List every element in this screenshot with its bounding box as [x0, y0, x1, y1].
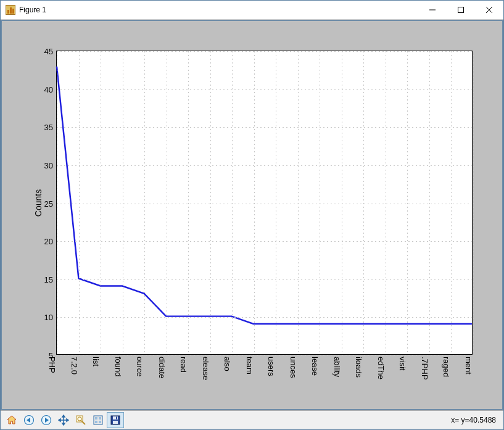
minimize-button[interactable]: [418, 1, 447, 19]
x-tick-label: found: [114, 357, 123, 377]
x-tick-label: list: [91, 357, 101, 366]
maximize-button[interactable]: [447, 1, 475, 19]
x-tick-label: read: [179, 357, 188, 373]
y-tick-label: 40: [44, 85, 53, 94]
svg-marker-4: [7, 416, 16, 424]
grid-h: [57, 204, 472, 204]
figure-panel: Counts 51015202530354045PHP7.2.0listfoun…: [13, 32, 491, 398]
save-button[interactable]: [107, 412, 124, 428]
svg-marker-12: [62, 423, 65, 425]
x-tick-label: lease: [310, 357, 320, 376]
y-tick-label: 45: [44, 47, 53, 56]
x-tick-label: PHP: [48, 357, 57, 373]
app-icon: [6, 5, 15, 15]
x-tick-label: also: [223, 357, 232, 371]
home-button[interactable]: [3, 412, 20, 428]
svg-marker-13: [59, 419, 60, 421]
grid-v: [342, 51, 342, 354]
grid-v: [254, 51, 255, 354]
axes[interactable]: Counts 51015202530354045PHP7.2.0listfoun…: [56, 51, 473, 355]
grid-v: [276, 51, 276, 354]
figure-window: Figure 1 Counts 51015202530354045PHP7.2.…: [0, 0, 504, 430]
grid-h: [57, 355, 472, 356]
grid-v: [320, 51, 320, 354]
grid-v: [144, 51, 145, 354]
svg-rect-19: [95, 417, 97, 420]
grid-h: [57, 241, 472, 242]
x-tick-label: didate: [157, 357, 167, 378]
window-title: Figure 1: [19, 6, 46, 14]
svg-rect-1: [458, 7, 464, 13]
svg-rect-26: [116, 417, 117, 420]
y-tick-label: 15: [44, 275, 53, 284]
svg-marker-14: [67, 419, 68, 421]
grid-v: [232, 51, 233, 354]
grid-v: [57, 51, 57, 354]
coord-status: x= y=40.5488: [451, 416, 501, 424]
nav-toolbar: x= y=40.5488: [1, 410, 503, 429]
x-tick-label: visit: [398, 357, 407, 370]
y-tick-label: 10: [44, 313, 53, 322]
x-tick-label: ource: [135, 357, 144, 377]
x-tick-label: iloads: [354, 357, 363, 378]
svg-rect-20: [99, 417, 101, 420]
titlebar[interactable]: Figure 1: [1, 1, 503, 20]
grid-v: [123, 51, 123, 354]
grid-v: [101, 51, 101, 354]
grid-h: [57, 127, 472, 128]
y-tick-label: 20: [44, 237, 53, 246]
grid-v: [407, 51, 408, 354]
svg-rect-22: [99, 421, 101, 423]
configure-subplots-button[interactable]: [89, 412, 107, 428]
svg-line-16: [81, 421, 85, 424]
x-tick-label: raged: [442, 357, 451, 377]
forward-button[interactable]: [38, 412, 55, 428]
x-tick-label: elease: [201, 357, 210, 380]
grid-v: [363, 51, 364, 354]
svg-marker-11: [62, 415, 65, 417]
x-tick-label: unces: [289, 357, 298, 378]
data-line: [57, 67, 472, 324]
x-tick-label: .7PHP: [420, 357, 429, 380]
x-tick-label: users: [266, 357, 276, 376]
y-tick-label: 35: [44, 123, 53, 132]
x-tick-label: team: [245, 357, 254, 374]
grid-v: [79, 51, 80, 354]
grid-h: [57, 279, 472, 280]
svg-rect-25: [113, 421, 118, 424]
close-button[interactable]: [475, 1, 503, 19]
line-plot: [57, 51, 472, 354]
grid-h: [57, 89, 472, 90]
y-tick-label: 25: [44, 199, 53, 208]
figure-canvas[interactable]: Counts 51015202530354045PHP7.2.0listfoun…: [1, 20, 503, 410]
grid-v: [298, 51, 299, 354]
zoom-button[interactable]: [72, 412, 89, 428]
svg-rect-21: [95, 421, 97, 423]
grid-h: [57, 317, 472, 318]
pan-button[interactable]: [55, 412, 72, 428]
grid-v: [386, 51, 386, 354]
y-axis-label: Counts: [33, 189, 43, 216]
grid-v: [210, 51, 211, 354]
x-tick-label: ability: [333, 357, 342, 377]
grid-h: [57, 165, 472, 166]
x-tick-label: edThe: [376, 357, 386, 379]
y-tick-label: 30: [44, 160, 53, 170]
grid-v: [188, 51, 189, 354]
grid-h: [57, 51, 472, 52]
x-tick-label: 7.2.0: [70, 357, 79, 374]
grid-v: [451, 51, 452, 354]
grid-v: [429, 51, 430, 354]
back-button[interactable]: [20, 412, 38, 428]
grid-v: [473, 51, 474, 354]
grid-v: [167, 51, 167, 354]
x-tick-label: ment: [464, 357, 473, 374]
